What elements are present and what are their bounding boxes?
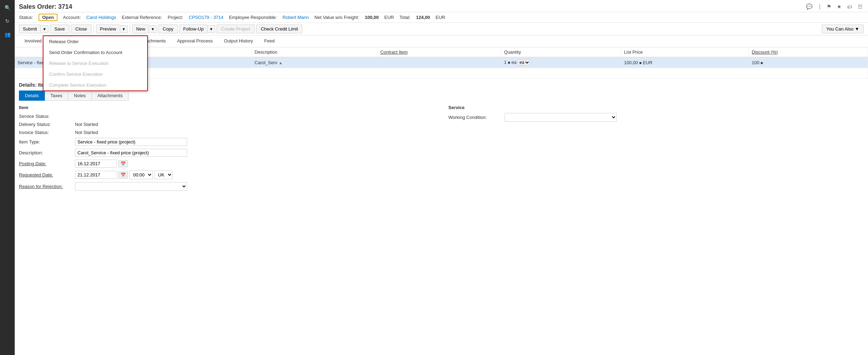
account-label: Account: xyxy=(63,15,81,20)
detail-tab-notes[interactable]: Notes xyxy=(68,91,92,101)
item-heading: Item xyxy=(19,105,435,110)
service-section-heading: Service xyxy=(449,105,864,110)
dropdown-item-complete-service[interactable]: Complete Service Execution xyxy=(43,80,147,91)
cell-quantity: 1 ■ ea ea xyxy=(501,57,621,68)
star-icon-btn[interactable]: ★ xyxy=(835,3,843,11)
delivery-status-label: Delivery Status: xyxy=(19,122,75,127)
requested-date-field: 📅 00:00 UK xyxy=(75,170,173,179)
you-can-also-dropdown-icon: ▼ xyxy=(855,26,859,32)
working-condition-select[interactable] xyxy=(505,113,617,122)
check-credit-button[interactable]: Check Credit Limit xyxy=(256,25,302,33)
header-icons: 💬 ⏐ ⚑ ★ 🏷 ☷ xyxy=(805,3,864,11)
flag-icon-btn[interactable]: ⚑ xyxy=(825,3,833,11)
field-description: Description: xyxy=(19,149,435,157)
save-button[interactable]: Save xyxy=(50,25,69,33)
unit-select[interactable]: ea xyxy=(518,59,530,66)
reason-rejection-select[interactable] xyxy=(75,182,187,191)
posting-date-input[interactable] xyxy=(75,160,117,168)
project-link[interactable]: CPSO179 - 3714 xyxy=(189,15,224,20)
page-title: Sales Order: 3714 xyxy=(19,3,72,11)
new-dropdown-arrow[interactable]: ▼ xyxy=(149,25,157,33)
toolbar-separator-2 xyxy=(130,25,130,33)
detail-tab-taxes[interactable]: Taxes xyxy=(45,91,68,101)
sidebar-users-icon[interactable]: 👥 xyxy=(2,29,12,39)
new-split-button: New ▼ xyxy=(132,25,157,33)
field-working-condition: Working Condition: xyxy=(449,113,864,122)
tag-icon-btn[interactable]: 🏷 xyxy=(846,3,854,11)
field-requested-date: Requested Date: 📅 00:00 UK xyxy=(19,170,435,179)
working-condition-label: Working Condition: xyxy=(449,115,505,120)
posting-date-calendar-button[interactable]: 📅 xyxy=(118,160,128,167)
main-content: Sales Order: 3714 💬 ⏐ ⚑ ★ 🏷 ☷ Status: Op… xyxy=(15,0,868,355)
details-section: Details: Item Carol_Service - fixed pric… xyxy=(15,79,868,355)
cell-discount: 100 ■ xyxy=(749,57,868,68)
follow-up-split-button: Follow-Up ▼ xyxy=(179,25,215,33)
dropdown-item-confirm-service[interactable]: Confirm Service Execution xyxy=(43,69,147,80)
invoice-status-label: Invoice Status: xyxy=(19,130,75,135)
follow-up-dropdown-arrow[interactable]: ▼ xyxy=(207,25,215,33)
close-button[interactable]: Close xyxy=(71,25,91,33)
delivery-status-value: Not Started xyxy=(75,122,98,127)
tab-approval-process[interactable]: Approval Process xyxy=(171,35,218,47)
status-label: Status: xyxy=(19,15,33,20)
invoice-status-value: Not Started xyxy=(75,130,98,135)
employee-label: Employee Responsible: xyxy=(229,15,277,20)
tab-feed[interactable]: Feed xyxy=(259,35,280,47)
submit-button[interactable]: Submit xyxy=(19,25,40,33)
total-currency: EUR xyxy=(436,15,445,20)
left-sidebar: 🔍 ↻ 👥 xyxy=(0,0,15,355)
detail-tab-attachments[interactable]: Attachments xyxy=(91,91,129,101)
create-project-button[interactable]: Create Project xyxy=(217,25,255,33)
net-currency: EUR xyxy=(384,15,394,20)
requested-date-input[interactable] xyxy=(75,171,117,179)
tab-output-history[interactable]: Output History xyxy=(218,35,259,47)
cell-contract-item xyxy=(377,57,501,68)
dropdown-item-send-order[interactable]: Send Order Confirmation to Account xyxy=(43,47,147,58)
field-posting-date: Posting Date: 📅 xyxy=(19,160,435,168)
project-label: Project: xyxy=(168,15,183,20)
you-can-also-button[interactable]: You Can Also ▼ xyxy=(822,25,864,33)
follow-up-button[interactable]: Follow-Up xyxy=(179,25,207,33)
chat-icon-btn[interactable]: 💬 xyxy=(805,3,814,11)
field-reason-rejection: Reason for Rejection: xyxy=(19,182,435,191)
grid-icon-btn[interactable]: ☷ xyxy=(856,3,864,11)
rss-icon-btn[interactable]: ⏐ xyxy=(817,3,822,11)
toolbar: Submit ▼ Save Close Preview ▼ New ▼ Copy… xyxy=(15,23,868,35)
reason-rejection-label: Reason for Rejection: xyxy=(19,184,75,189)
col-header-contract: Contract Item xyxy=(377,47,501,57)
net-value: 100,00 xyxy=(365,15,379,20)
net-value-label: Net Value w/o Freight: xyxy=(314,15,359,20)
page-header: Sales Order: 3714 💬 ⏐ ⚑ ★ 🏷 ☷ xyxy=(15,0,868,12)
preview-split-button: Preview ▼ xyxy=(96,25,128,33)
description-input[interactable] xyxy=(75,149,187,157)
dropdown-item-release-service[interactable]: Release to Service Execution xyxy=(43,58,147,69)
account-link[interactable]: Carol Holdings xyxy=(86,15,116,20)
preview-dropdown-arrow[interactable]: ▼ xyxy=(120,25,128,33)
detail-tabs: Details Taxes Notes Attachments xyxy=(19,91,864,101)
dropdown-menu: Release Order Send Order Confirmation to… xyxy=(43,35,148,91)
requested-region-select[interactable]: UK xyxy=(154,170,173,179)
total-value: 124,00 xyxy=(416,15,430,20)
item-type-input[interactable] xyxy=(75,138,187,146)
details-content: Item Service Status: Delivery Status: No… xyxy=(19,105,864,194)
dropdown-item-release-order[interactable]: Release Order xyxy=(43,36,147,47)
cell-list-price: 100,00 ■ EUR xyxy=(621,57,749,68)
new-button[interactable]: New xyxy=(132,25,149,33)
requested-date-label: Requested Date: xyxy=(19,172,75,178)
requested-date-calendar-button[interactable]: 📅 xyxy=(118,172,128,179)
description-label: Description: xyxy=(19,150,75,155)
submit-dropdown-arrow[interactable]: ▼ xyxy=(40,25,48,33)
posting-date-field: 📅 xyxy=(75,160,128,168)
preview-button[interactable]: Preview xyxy=(96,25,119,33)
submit-split-button: Submit ▼ xyxy=(19,25,48,33)
sidebar-back-icon[interactable]: ↻ xyxy=(2,16,12,26)
requested-time-select[interactable]: 00:00 xyxy=(129,170,153,179)
employee-link[interactable]: Robert Mann xyxy=(282,15,309,20)
detail-tab-details[interactable]: Details xyxy=(19,91,45,101)
details-left: Item Service Status: Delivery Status: No… xyxy=(19,105,435,194)
sidebar-search-icon[interactable]: 🔍 xyxy=(2,3,12,13)
cell-description: Carol_Serv ▲ xyxy=(252,57,377,68)
col-header-description: Description xyxy=(252,47,377,57)
copy-button[interactable]: Copy xyxy=(158,25,178,33)
item-type-label: Item Type: xyxy=(19,139,75,145)
